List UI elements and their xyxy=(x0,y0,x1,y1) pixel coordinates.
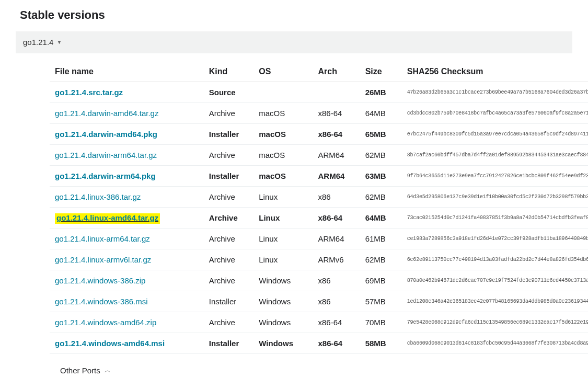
cell-kind: Archive xyxy=(204,103,254,124)
chevron-up-icon: ︿ xyxy=(105,366,111,375)
cell-os: Windows xyxy=(253,291,313,312)
cell-os: Windows xyxy=(253,333,313,354)
cell-sha: ce1983a7289856c3a918e1fd26d41e072cc39f92… xyxy=(402,229,588,249)
header-size: Size xyxy=(360,63,402,82)
cell-arch: x86 xyxy=(313,187,360,208)
cell-filename: go1.21.4.darwin-arm64.pkg xyxy=(50,166,204,187)
cell-size: 64MB xyxy=(360,208,402,229)
cell-filename: go1.21.4.linux-amd64.tar.gz xyxy=(50,208,204,229)
cell-filename: go1.21.4.src.tar.gz xyxy=(50,82,204,103)
download-link[interactable]: go1.21.4.darwin-arm64.tar.gz xyxy=(55,151,157,159)
cell-size: 64MB xyxy=(360,103,402,124)
download-link[interactable]: go1.21.4.windows-amd64.zip xyxy=(55,318,156,327)
table-row: go1.21.4.windows-386.zipArchiveWindowsx8… xyxy=(50,270,588,291)
cell-os: Linux xyxy=(253,229,313,249)
header-kind: Kind xyxy=(204,63,254,82)
download-link[interactable]: go1.21.4.windows-amd64.msi xyxy=(55,339,165,348)
cell-arch: x86-64 xyxy=(313,333,360,354)
cell-os: Linux xyxy=(253,208,313,229)
cell-os: Windows xyxy=(253,312,313,333)
cell-os: macOS xyxy=(253,166,313,187)
version-selector-label: go1.21.4 xyxy=(23,38,53,47)
cell-kind: Archive xyxy=(204,187,254,208)
cell-os: Windows xyxy=(253,270,313,291)
cell-sha: cd3bdcc802b759b70e8418bc7afbc4a65ca73a3f… xyxy=(402,103,588,124)
cell-arch: x86 xyxy=(313,270,360,291)
cell-arch: ARMv6 xyxy=(313,249,360,270)
cell-size: 26MB xyxy=(360,82,402,103)
download-link[interactable]: go1.21.4.darwin-arm64.pkg xyxy=(55,172,156,180)
cell-sha: 8b7caf2ac60bdff457dba7d4ff2a01def889592b… xyxy=(402,145,588,166)
cell-sha: 9f7b64c3655d11e273e9ea7fcc7912427026ce1b… xyxy=(402,166,588,187)
cell-os xyxy=(253,82,313,103)
cell-size: 63MB xyxy=(360,166,402,187)
cell-filename: go1.21.4.windows-amd64.zip xyxy=(50,312,204,333)
cell-arch: x86-64 xyxy=(313,103,360,124)
cell-arch: x86-64 xyxy=(313,208,360,229)
download-link[interactable]: go1.21.4.linux-arm64.tar.gz xyxy=(55,234,150,243)
other-ports-label: Other Ports xyxy=(60,366,100,375)
table-row: go1.21.4.windows-amd64.zipArchiveWindows… xyxy=(50,312,588,333)
cell-filename: go1.21.4.windows-386.zip xyxy=(50,270,204,291)
cell-sha: 870a0e462b94671dc2d6cac707e9e19f7524fdc3… xyxy=(402,270,588,291)
highlight-marker: go1.21.4.linux-amd64.tar.gz xyxy=(55,213,160,224)
download-link[interactable]: go1.21.4.linux-amd64.tar.gz xyxy=(56,213,158,222)
table-row: go1.21.4.linux-armv6l.tar.gzArchiveLinux… xyxy=(50,249,588,270)
table-row: go1.21.4.windows-amd64.msiInstallerWindo… xyxy=(50,333,588,354)
version-selector[interactable]: go1.21.4 ▼ xyxy=(23,38,62,47)
cell-kind: Archive xyxy=(204,229,254,249)
cell-kind: Archive xyxy=(204,208,254,229)
table-row: go1.21.4.linux-386.tar.gzArchiveLinuxx86… xyxy=(50,187,588,208)
page-title: Stable versions xyxy=(20,8,572,22)
cell-sha: 73cac0215254d0c7d1241fa40837851f3b9a8a74… xyxy=(402,208,588,229)
cell-kind: Archive xyxy=(204,249,254,270)
cell-filename: go1.21.4.windows-amd64.msi xyxy=(50,333,204,354)
cell-os: Linux xyxy=(253,249,313,270)
cell-kind: Archive xyxy=(204,145,254,166)
download-link[interactable]: go1.21.4.darwin-amd64.pkg xyxy=(55,130,157,139)
cell-sha: 79e5428e068c912d9cfa6cd115c13549856ec689… xyxy=(402,312,588,333)
cell-os: macOS xyxy=(253,145,313,166)
version-bar: go1.21.4 ▼ xyxy=(16,31,572,53)
cell-size: 70MB xyxy=(360,312,402,333)
cell-filename: go1.21.4.darwin-amd64.pkg xyxy=(50,124,204,145)
cell-filename: go1.21.4.linux-armv6l.tar.gz xyxy=(50,249,204,270)
cell-arch: x86 xyxy=(313,291,360,312)
cell-size: 62MB xyxy=(360,249,402,270)
table-row: go1.21.4.windows-386.msiInstallerWindows… xyxy=(50,291,588,312)
download-link[interactable]: go1.21.4.linux-armv6l.tar.gz xyxy=(55,255,151,264)
other-ports-toggle[interactable]: Other Ports ︿ xyxy=(55,360,116,375)
cell-sha: 6c62e89113750cc77c498194d13a03fadfda22bd… xyxy=(402,249,588,270)
download-link[interactable]: go1.21.4.linux-386.tar.gz xyxy=(55,192,141,201)
cell-kind: Installer xyxy=(204,291,254,312)
chevron-down-icon: ▼ xyxy=(56,39,62,45)
cell-kind: Installer xyxy=(204,333,254,354)
cell-size: 62MB xyxy=(360,145,402,166)
header-os: OS xyxy=(253,63,313,82)
cell-arch: x86-64 xyxy=(313,312,360,333)
download-link[interactable]: go1.21.4.src.tar.gz xyxy=(55,88,123,97)
table-row: go1.21.4.linux-arm64.tar.gzArchiveLinuxA… xyxy=(50,229,588,249)
cell-size: 65MB xyxy=(360,124,402,145)
table-row: go1.21.4.linux-amd64.tar.gzArchiveLinuxx… xyxy=(50,208,588,229)
cell-size: 58MB xyxy=(360,333,402,354)
cell-size: 57MB xyxy=(360,291,402,312)
header-sha: SHA256 Checksum xyxy=(402,63,588,82)
cell-kind: Source xyxy=(204,82,254,103)
cell-sha: cba6609d068c9013d614c8183fcbc50c95d44a36… xyxy=(402,333,588,354)
cell-kind: Archive xyxy=(204,270,254,291)
cell-arch: ARM64 xyxy=(313,145,360,166)
download-link[interactable]: go1.21.4.darwin-amd64.tar.gz xyxy=(55,109,158,118)
cell-sha: 1ed1208c346a42e365183ec42e077b48165693da… xyxy=(402,291,588,312)
cell-os: macOS xyxy=(253,103,313,124)
download-link[interactable]: go1.21.4.windows-386.zip xyxy=(55,276,145,285)
table-row: go1.21.4.darwin-arm64.tar.gzArchivemacOS… xyxy=(50,145,588,166)
downloads-table: File name Kind OS Arch Size SHA256 Check… xyxy=(50,63,588,377)
cell-sha: 64d3e5d295806e137c9e39d1e1f10b00a30fcd5c… xyxy=(402,187,588,208)
download-link[interactable]: go1.21.4.windows-386.msi xyxy=(55,297,148,306)
cell-kind: Archive xyxy=(204,312,254,333)
cell-filename: go1.21.4.linux-arm64.tar.gz xyxy=(50,229,204,249)
table-row: go1.21.4.src.tar.gzSource26MB47b26a83d2b… xyxy=(50,82,588,103)
cell-arch xyxy=(313,82,360,103)
cell-kind: Installer xyxy=(204,166,254,187)
